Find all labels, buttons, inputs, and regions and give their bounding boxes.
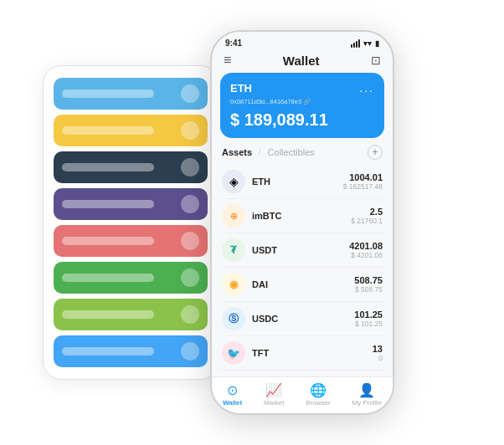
token-name-dai: DAI bbox=[252, 279, 354, 289]
tft-amount: 13 bbox=[373, 344, 383, 354]
nav-market[interactable]: 📈 Market bbox=[264, 382, 284, 407]
tft-icon: 🐦 bbox=[222, 341, 245, 365]
bottom-nav: ⊙ Wallet 📈 Market 🌐 Browser 👤 My Profile bbox=[212, 376, 393, 413]
imbtc-usd: $ 21760.1 bbox=[351, 217, 383, 225]
page-title: Wallet bbox=[283, 54, 320, 68]
wifi-icon: ▾▾ bbox=[363, 39, 372, 48]
phone-header: ≡ Wallet ⊡ bbox=[212, 51, 393, 73]
stack-row-blue bbox=[54, 78, 208, 110]
status-bar: 9:41 ▾▾ ▮ bbox=[212, 32, 393, 51]
dai-amount: 508.75 bbox=[354, 275, 383, 285]
token-amounts-eth: 1004.01 $ 162517.48 bbox=[343, 172, 383, 191]
stack-row-lightgreen bbox=[54, 299, 208, 330]
token-amounts-dai: 508.75 $ 508.75 bbox=[354, 275, 383, 294]
assets-header: Assets / Collectibles + bbox=[212, 145, 393, 165]
status-right: ▾▾ ▮ bbox=[351, 39, 379, 48]
usdt-usd: $ 4201.08 bbox=[349, 251, 383, 259]
token-amounts-tft: 13 0 bbox=[373, 344, 383, 362]
row-icon bbox=[181, 121, 199, 140]
tab-divider: / bbox=[259, 148, 261, 156]
profile-nav-icon: 👤 bbox=[358, 382, 375, 398]
token-name-usdc: USDC bbox=[252, 314, 354, 324]
browser-nav-icon: 🌐 bbox=[310, 382, 327, 398]
stack-row-red bbox=[54, 225, 208, 257]
token-name-eth: ETH bbox=[252, 176, 343, 187]
imbtc-icon: ⊕ bbox=[222, 204, 245, 228]
stack-row-lightblue bbox=[54, 335, 208, 367]
row-icon bbox=[181, 84, 199, 103]
scene: 9:41 ▾▾ ▮ ≡ Wallet ⊡ ETH ... bbox=[9, 9, 495, 436]
eth-card-name: ETH bbox=[230, 82, 252, 95]
token-list: ◈ ETH 1004.01 $ 162517.48 ⊕ imBTC 2.5 $ … bbox=[212, 165, 393, 376]
usdc-usd: $ 101.25 bbox=[354, 320, 383, 328]
row-text bbox=[62, 237, 154, 245]
row-text bbox=[62, 126, 154, 135]
row-text bbox=[62, 200, 154, 208]
token-row-usdc[interactable]: Ⓢ USDC 101.25 $ 101.25 bbox=[220, 302, 384, 336]
row-icon bbox=[181, 269, 199, 287]
usdc-icon: Ⓢ bbox=[222, 307, 245, 330]
card-stack bbox=[43, 65, 219, 380]
signal-icon bbox=[351, 39, 360, 48]
row-text bbox=[62, 90, 154, 98]
battery-icon: ▮ bbox=[375, 39, 379, 48]
assets-tabs: Assets / Collectibles bbox=[222, 147, 315, 157]
row-icon bbox=[181, 158, 199, 176]
token-row-usdt[interactable]: ₮ USDT 4201.08 $ 4201.08 bbox=[220, 233, 384, 268]
eth-card-dots[interactable]: ... bbox=[359, 81, 374, 95]
dai-icon: ◉ bbox=[222, 273, 245, 296]
usdt-amount: 4201.08 bbox=[349, 241, 383, 251]
token-amounts-usdt: 4201.08 $ 4201.08 bbox=[349, 241, 383, 259]
add-asset-button[interactable]: + bbox=[368, 145, 383, 160]
menu-icon[interactable]: ≡ bbox=[224, 53, 231, 68]
token-amounts-usdc: 101.25 $ 101.25 bbox=[354, 309, 383, 328]
token-row-eth[interactable]: ◈ ETH 1004.01 $ 162517.48 bbox=[220, 165, 384, 199]
row-icon bbox=[181, 342, 199, 361]
eth-card-address: 0x08711d3d...8416a78e3 🔗 bbox=[230, 98, 374, 105]
tab-collectibles[interactable]: Collectibles bbox=[268, 147, 315, 157]
imbtc-amount: 2.5 bbox=[351, 207, 383, 217]
token-amounts-imbtc: 2.5 $ 21760.1 bbox=[351, 207, 383, 225]
browser-nav-label: Browser bbox=[306, 399, 330, 407]
market-nav-label: Market bbox=[264, 399, 284, 407]
eth-card-balance: $ 189,089.11 bbox=[230, 110, 374, 130]
stack-row-green bbox=[54, 262, 208, 294]
stack-row-yellow bbox=[54, 115, 208, 146]
token-row-imbtc[interactable]: ⊕ imBTC 2.5 $ 21760.1 bbox=[220, 199, 384, 233]
token-name-tft: TFT bbox=[252, 348, 373, 358]
eth-amount: 1004.01 bbox=[343, 172, 383, 182]
market-nav-icon: 📈 bbox=[265, 382, 282, 398]
eth-icon: ◈ bbox=[222, 170, 245, 193]
token-row-tft[interactable]: 🐦 TFT 13 0 bbox=[220, 336, 384, 371]
nav-browser[interactable]: 🌐 Browser bbox=[306, 382, 330, 407]
row-icon bbox=[181, 195, 199, 213]
tab-assets[interactable]: Assets bbox=[222, 147, 252, 157]
nav-profile[interactable]: 👤 My Profile bbox=[352, 382, 383, 407]
status-time: 9:41 bbox=[225, 38, 242, 48]
eth-card[interactable]: ETH ... 0x08711d3d...8416a78e3 🔗 $ 189,0… bbox=[220, 73, 384, 138]
eth-usd: $ 162517.48 bbox=[343, 182, 383, 191]
nav-wallet[interactable]: ⊙ Wallet bbox=[223, 382, 242, 407]
profile-nav-label: My Profile bbox=[352, 399, 383, 407]
row-text bbox=[62, 347, 154, 355]
row-text bbox=[62, 274, 154, 282]
phone: 9:41 ▾▾ ▮ ≡ Wallet ⊡ ETH ... bbox=[210, 30, 394, 415]
token-row-dai[interactable]: ◉ DAI 508.75 $ 508.75 bbox=[220, 268, 384, 302]
eth-card-top: ETH ... bbox=[230, 81, 374, 95]
dai-usd: $ 508.75 bbox=[354, 285, 383, 294]
usdt-icon: ₮ bbox=[222, 238, 245, 262]
row-icon bbox=[181, 232, 199, 250]
wallet-nav-label: Wallet bbox=[223, 399, 242, 407]
row-icon bbox=[181, 305, 199, 324]
token-name-usdt: USDT bbox=[252, 245, 349, 255]
scan-icon[interactable]: ⊡ bbox=[371, 54, 381, 67]
tft-usd: 0 bbox=[373, 354, 383, 362]
stack-row-purple bbox=[54, 188, 208, 220]
row-text bbox=[62, 310, 154, 319]
row-text bbox=[62, 163, 154, 171]
token-name-imbtc: imBTC bbox=[252, 211, 351, 221]
usdc-amount: 101.25 bbox=[354, 309, 383, 320]
stack-row-dark bbox=[54, 151, 208, 183]
wallet-nav-icon: ⊙ bbox=[227, 382, 238, 398]
